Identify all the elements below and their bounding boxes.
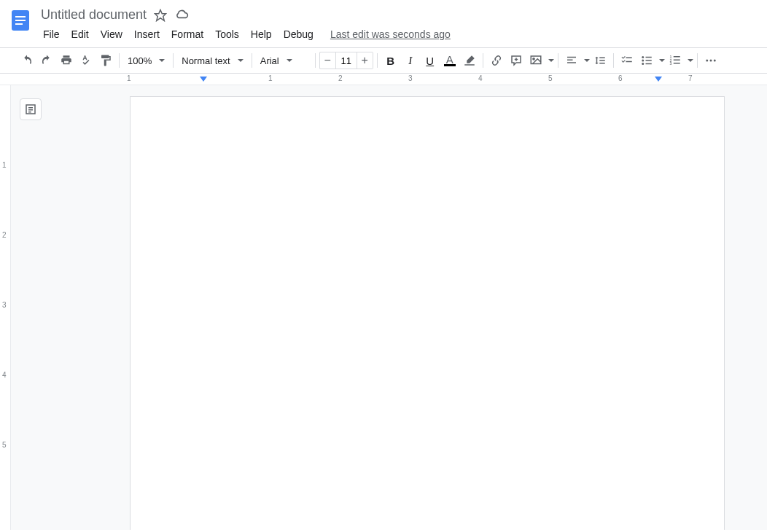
outline-button[interactable] bbox=[20, 98, 42, 120]
svg-point-14 bbox=[642, 63, 644, 65]
svg-marker-27 bbox=[200, 77, 207, 82]
separator bbox=[119, 53, 120, 68]
undo-button[interactable] bbox=[17, 51, 36, 70]
svg-rect-21 bbox=[673, 56, 680, 58]
menu-insert[interactable]: Insert bbox=[129, 26, 165, 43]
svg-rect-15 bbox=[645, 57, 651, 58]
highlight-button[interactable] bbox=[460, 51, 479, 70]
separator bbox=[613, 53, 614, 68]
menu-format[interactable]: Format bbox=[166, 26, 209, 43]
svg-marker-28 bbox=[655, 77, 662, 82]
separator bbox=[173, 53, 174, 68]
style-dropdown[interactable]: Normal text bbox=[177, 51, 247, 70]
menu-view[interactable]: View bbox=[96, 26, 128, 43]
numbered-list-button[interactable]: 123 bbox=[666, 51, 685, 70]
bulleted-list-dropdown-icon[interactable] bbox=[656, 51, 665, 70]
separator bbox=[377, 53, 378, 68]
document-page[interactable] bbox=[130, 96, 725, 530]
svg-text:3: 3 bbox=[669, 61, 671, 66]
menu-edit[interactable]: Edit bbox=[66, 26, 94, 43]
spellcheck-button[interactable] bbox=[77, 51, 96, 70]
svg-point-8 bbox=[533, 58, 534, 60]
print-button[interactable] bbox=[57, 51, 76, 70]
svg-rect-11 bbox=[567, 62, 576, 63]
more-button[interactable] bbox=[701, 51, 720, 70]
svg-rect-10 bbox=[567, 60, 573, 61]
zoom-dropdown[interactable]: 100% bbox=[123, 51, 169, 70]
svg-rect-23 bbox=[673, 63, 680, 64]
separator bbox=[252, 53, 252, 68]
svg-rect-2 bbox=[15, 20, 26, 21]
separator bbox=[315, 53, 316, 68]
text-color-button[interactable]: A bbox=[440, 51, 459, 70]
toolbar: 100% Normal text Arial − + B I U A 123 bbox=[0, 47, 767, 74]
font-size-input[interactable] bbox=[335, 52, 357, 69]
menu-debug[interactable]: Debug bbox=[279, 26, 319, 43]
vertical-ruler[interactable]: 1 2 3 4 5 bbox=[0, 85, 11, 530]
svg-rect-1 bbox=[15, 16, 26, 17]
svg-rect-9 bbox=[567, 57, 576, 58]
menu-bar: File Edit View Insert Format Tools Help … bbox=[38, 24, 451, 44]
checklist-button[interactable] bbox=[618, 51, 636, 70]
underline-button[interactable]: U bbox=[421, 51, 440, 70]
menu-file[interactable]: File bbox=[38, 26, 65, 43]
svg-point-12 bbox=[642, 56, 644, 58]
svg-rect-22 bbox=[673, 60, 680, 61]
separator bbox=[697, 53, 698, 68]
font-size-decrease-button[interactable]: − bbox=[319, 52, 335, 69]
line-spacing-button[interactable] bbox=[591, 51, 610, 70]
bulleted-list-button[interactable] bbox=[637, 51, 656, 70]
font-size-increase-button[interactable]: + bbox=[357, 52, 373, 69]
paint-format-button[interactable] bbox=[96, 51, 115, 70]
svg-point-26 bbox=[713, 60, 715, 62]
align-button[interactable] bbox=[562, 51, 581, 70]
left-indent-marker[interactable] bbox=[200, 77, 207, 84]
svg-point-13 bbox=[642, 60, 644, 62]
document-title[interactable]: Untitled document bbox=[41, 7, 147, 23]
align-dropdown-icon[interactable] bbox=[581, 51, 590, 70]
cloud-icon[interactable] bbox=[174, 8, 189, 23]
right-indent-marker[interactable] bbox=[655, 77, 662, 84]
star-icon[interactable] bbox=[154, 9, 167, 22]
image-dropdown-icon[interactable] bbox=[545, 51, 554, 70]
redo-button[interactable] bbox=[37, 51, 56, 70]
bold-button[interactable]: B bbox=[381, 51, 400, 70]
svg-rect-16 bbox=[645, 60, 651, 61]
svg-point-24 bbox=[706, 60, 708, 62]
last-edit-link[interactable]: Last edit was seconds ago bbox=[330, 28, 451, 40]
svg-marker-4 bbox=[155, 9, 166, 20]
svg-rect-3 bbox=[15, 23, 23, 25]
horizontal-ruler[interactable]: 1 1 2 3 4 5 6 7 bbox=[0, 74, 767, 85]
svg-point-25 bbox=[709, 60, 712, 62]
separator bbox=[483, 53, 483, 68]
link-button[interactable] bbox=[487, 51, 506, 70]
menu-help[interactable]: Help bbox=[246, 26, 277, 43]
italic-button[interactable]: I bbox=[401, 51, 420, 70]
comment-button[interactable] bbox=[507, 51, 526, 70]
separator bbox=[558, 53, 558, 68]
font-dropdown[interactable]: Arial bbox=[256, 51, 311, 70]
menu-tools[interactable]: Tools bbox=[210, 26, 244, 43]
svg-rect-17 bbox=[645, 63, 651, 65]
numbered-list-dropdown-icon[interactable] bbox=[685, 51, 693, 70]
image-button[interactable] bbox=[526, 51, 545, 70]
docs-logo[interactable] bbox=[6, 6, 35, 35]
